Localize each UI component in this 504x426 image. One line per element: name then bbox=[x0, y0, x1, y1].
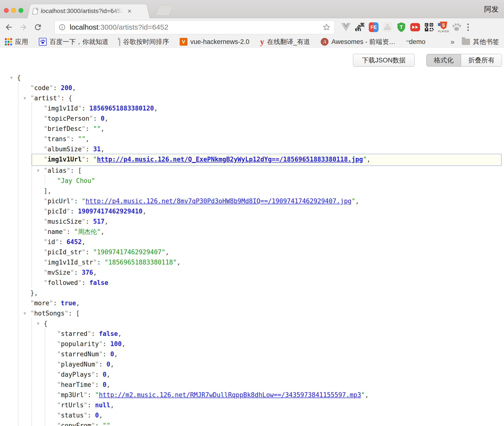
json-quote: " bbox=[82, 145, 86, 153]
json-value: 0 bbox=[107, 361, 110, 368]
youdao-icon: y bbox=[260, 38, 264, 46]
bookmark-label: 谷歌按时间排序 bbox=[123, 37, 169, 46]
json-quote: " bbox=[57, 401, 61, 409]
json-quote: " bbox=[44, 279, 48, 286]
json-line: "topicPerson": 0, bbox=[0, 113, 504, 124]
json-comma: , bbox=[101, 145, 105, 153]
json-line: "name": "周杰伦", bbox=[0, 227, 504, 237]
json-comma: , bbox=[93, 269, 97, 276]
qr-code-icon[interactable] bbox=[424, 22, 434, 33]
forward-button[interactable] bbox=[18, 22, 29, 33]
json-colon: : bbox=[68, 310, 76, 317]
json-line: "Jay Chou" bbox=[0, 176, 504, 186]
json-url-link[interactable]: http://m2.music.126.net/RMJR7wDullRqppBk… bbox=[99, 391, 361, 399]
json-bracket: [ bbox=[78, 167, 82, 174]
sitemap-icon[interactable] bbox=[383, 22, 392, 33]
bookmark-item[interactable]: AAwesomes - 前端资… bbox=[321, 37, 395, 46]
json-line: "albumSize": 31, bbox=[0, 144, 504, 154]
json-colon: : bbox=[87, 412, 95, 419]
window-minimize-button[interactable] bbox=[11, 8, 16, 13]
json-string-value: "19097417462929407" bbox=[93, 248, 165, 256]
collapse-triangle-icon[interactable]: ▼ bbox=[24, 93, 26, 103]
json-value: 18569651883380120 bbox=[89, 105, 154, 112]
json-line: ▼"alias": [ bbox=[0, 165, 504, 176]
profile-name[interactable]: 阿发 bbox=[484, 4, 499, 14]
json-line: "picUrl": "http://p4.music.126.net/8mv7q… bbox=[0, 196, 504, 206]
json-quote: " bbox=[89, 115, 93, 122]
browser-menu-icon[interactable] bbox=[465, 24, 471, 31]
json-quote: " bbox=[44, 228, 48, 235]
json-string-value: "" bbox=[78, 135, 85, 143]
json-quote: " bbox=[57, 94, 61, 102]
json-key: briefDesc bbox=[48, 125, 82, 132]
html5-player-icon[interactable]: 5PLAYER bbox=[438, 22, 448, 33]
bookmark-label: 应用 bbox=[15, 37, 28, 46]
collapse-triangle-icon[interactable]: ▼ bbox=[10, 73, 13, 83]
json-bracket: { bbox=[17, 74, 21, 81]
back-button[interactable] bbox=[3, 22, 14, 33]
json-value: 0 bbox=[101, 115, 105, 122]
reload-button[interactable] bbox=[33, 22, 43, 33]
json-quote: " bbox=[91, 381, 95, 388]
window-zoom-button[interactable] bbox=[18, 8, 23, 13]
tab-close-icon[interactable]: × bbox=[127, 8, 132, 14]
collapse-triangle-icon[interactable]: ▼ bbox=[37, 165, 39, 176]
bookmark-item[interactable]: 应用 bbox=[5, 37, 28, 46]
json-line: ▼"hotSongs": [ bbox=[0, 308, 504, 318]
bookmark-item[interactable]: y在线翻译_有道 bbox=[260, 37, 310, 46]
json-quote: " bbox=[91, 371, 95, 378]
json-comma: , bbox=[154, 105, 158, 112]
json-url-link[interactable]: http://p4.music.126.net/8mv7qP30Pd3oHW8b… bbox=[85, 197, 352, 205]
json-quote: " bbox=[67, 135, 70, 143]
json-comma: , bbox=[177, 259, 181, 266]
browser-tab[interactable]: localhost:3000/artists?id=6452 × bbox=[27, 4, 150, 18]
window-controls bbox=[4, 8, 23, 13]
page-info-icon[interactable] bbox=[59, 24, 66, 31]
bookmark-item[interactable]: 谷歌按时间排序 bbox=[119, 37, 169, 46]
tampermonkey-icon[interactable]: T bbox=[396, 22, 406, 33]
json-quote: " bbox=[57, 361, 61, 368]
json-string-value: "Jay Chou" bbox=[57, 177, 95, 184]
json-url-link[interactable]: http://p4.music.126.net/Q_ExePNkmgB2yWyL… bbox=[97, 156, 363, 163]
bookmarks-bar: 应用百度一下，你就知道谷歌按时间排序Vvue-hackernews-2.0y在线… bbox=[0, 36, 504, 48]
json-quote: " bbox=[44, 115, 48, 122]
address-bar[interactable]: localhost:3000/artists?id=6452 bbox=[54, 20, 335, 34]
json-quote: " bbox=[70, 197, 74, 205]
json-comma: , bbox=[101, 228, 105, 235]
window-close-button[interactable] bbox=[4, 8, 9, 13]
fe-helper-icon[interactable]: FE bbox=[369, 22, 378, 33]
json-key: rtUrls bbox=[61, 401, 84, 409]
collapse-triangle-icon[interactable]: ▼ bbox=[37, 318, 39, 329]
video-play-icon[interactable] bbox=[410, 22, 420, 33]
json-quote: " bbox=[30, 299, 34, 307]
json-comma: , bbox=[99, 412, 103, 419]
json-key: starredNum bbox=[61, 350, 99, 358]
bookmarks-overflow-icon[interactable]: » bbox=[450, 38, 454, 46]
translate-icon[interactable]: 英⇄en bbox=[355, 22, 365, 33]
json-quote: " bbox=[82, 218, 86, 225]
json-quote: " bbox=[44, 135, 48, 143]
bookmark-item[interactable]: Vvue-hackernews-2.0 bbox=[180, 38, 249, 46]
json-key: more bbox=[34, 299, 50, 307]
vue-devtools-icon[interactable] bbox=[341, 22, 351, 33]
paw-icon[interactable] bbox=[452, 22, 462, 33]
json-line: "briefDesc": "", bbox=[0, 124, 504, 134]
json-comma: , bbox=[110, 361, 114, 368]
json-line: "img1v1Id": 18569651883380120, bbox=[0, 103, 504, 113]
json-quote: " bbox=[91, 422, 95, 426]
json-value: 31 bbox=[93, 145, 101, 153]
new-tab-button[interactable] bbox=[155, 5, 174, 16]
bookmark-item[interactable]: 百度一下，你就知道 bbox=[39, 37, 109, 46]
collapse-triangle-icon[interactable]: ▼ bbox=[24, 308, 26, 318]
json-quote: " bbox=[44, 167, 48, 174]
json-key: alias bbox=[48, 167, 67, 174]
other-bookmarks-folder[interactable]: 其他书签 bbox=[462, 37, 499, 46]
json-colon: : bbox=[85, 248, 93, 256]
json-key: musicSize bbox=[48, 218, 82, 225]
json-quote: " bbox=[44, 125, 48, 132]
json-comma: , bbox=[365, 391, 369, 399]
bookmark-star-icon[interactable] bbox=[322, 23, 331, 31]
url-host: localhost bbox=[70, 23, 98, 31]
json-value: 0 bbox=[103, 371, 107, 378]
bookmark-item[interactable]: demo bbox=[406, 38, 426, 46]
